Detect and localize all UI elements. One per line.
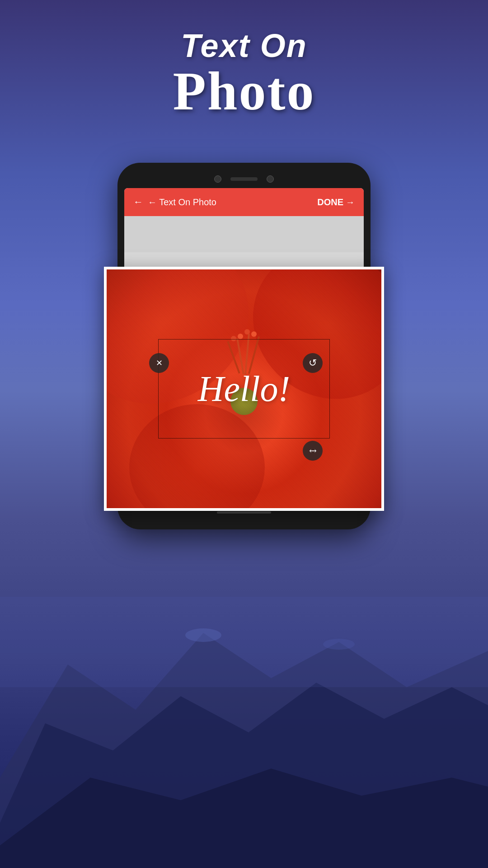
done-arrow-icon: → [346, 197, 355, 208]
home-indicator [217, 511, 271, 514]
toolbar-left[interactable]: ← ← Text On Photo [133, 196, 216, 208]
rotate-handle[interactable]: ↺ [303, 353, 323, 373]
phone-camera [214, 175, 221, 183]
svg-rect-5 [0, 597, 488, 687]
mountain-svg [0, 506, 488, 868]
toolbar-title: ← Text On Photo [148, 197, 216, 208]
phone-top-bar [124, 172, 364, 188]
app-toolbar: ← ← Text On Photo DONE → [124, 188, 364, 216]
photo-canvas: Hello! ✕ ↺ ⤢ [104, 267, 384, 511]
close-handle[interactable]: ✕ [149, 353, 169, 373]
rotate-icon: ↺ [309, 357, 317, 369]
phone-camera-right [267, 175, 274, 183]
close-x-icon: ✕ [156, 358, 163, 368]
phone-speaker [230, 177, 258, 181]
text-bounding-box: Hello! [158, 339, 330, 439]
toolbar-done[interactable]: DONE → [317, 197, 355, 208]
canvas-area[interactable] [124, 216, 364, 252]
resize-icon: ⤢ [306, 444, 319, 458]
app-title-line2: Photo [0, 64, 488, 118]
app-title-area: Text On Photo [0, 27, 488, 118]
back-arrow-icon: ← [133, 196, 143, 208]
done-label: DONE [317, 197, 343, 208]
canvas-text: Hello! [198, 368, 290, 410]
app-title-line1: Text On [0, 27, 488, 64]
resize-handle[interactable]: ⤢ [303, 441, 323, 461]
